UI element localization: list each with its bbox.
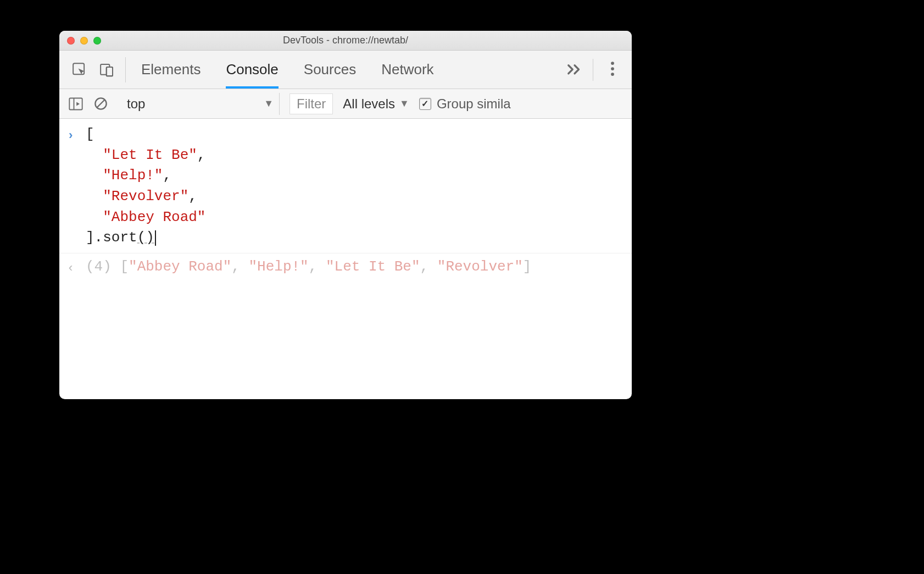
tab-network[interactable]: Network — [381, 51, 433, 89]
console-input-row[interactable]: › [ "Let It Be", "Help!", "Revolver", "A… — [59, 124, 632, 249]
inspect-element-icon[interactable] — [71, 62, 88, 78]
svg-rect-2 — [107, 67, 113, 76]
svg-rect-7 — [69, 98, 82, 109]
console-eager-eval-row: ‹ (4) ["Abbey Road", "Help!", "Let It Be… — [59, 257, 632, 279]
svg-line-11 — [97, 100, 105, 108]
window-controls — [59, 37, 101, 45]
tab-label: Elements — [141, 61, 201, 78]
console-input[interactable]: [ "Let It Be", "Help!", "Revolver", "Abb… — [86, 124, 205, 249]
output-prompt-icon: ‹ — [67, 257, 86, 279]
group-similar-label: Group simila — [437, 96, 511, 112]
checkbox-checked-icon: ✓ — [419, 98, 431, 110]
log-levels-select[interactable]: All levels ▼ — [343, 96, 409, 112]
divider — [593, 59, 593, 81]
window-title: DevTools - chrome://newtab/ — [59, 35, 632, 46]
more-options-icon[interactable] — [603, 60, 622, 79]
clear-console-icon[interactable] — [93, 96, 108, 111]
console-body[interactable]: › [ "Let It Be", "Help!", "Revolver", "A… — [59, 119, 632, 399]
row-separator — [59, 253, 632, 253]
panel-tabs: Elements Console Sources Network — [126, 51, 434, 89]
devtools-tabbar: Elements Console Sources Network — [59, 51, 632, 89]
devtools-window: DevTools - chrome://newtab/ Elements Con… — [59, 31, 632, 399]
dropdown-icon: ▼ — [399, 98, 409, 109]
eager-eval-value: (4) ["Abbey Road", "Help!", "Let It Be",… — [86, 257, 531, 278]
tab-label: Sources — [304, 61, 356, 78]
tab-console[interactable]: Console — [226, 51, 278, 89]
tab-label: Network — [381, 61, 433, 78]
context-label: top — [127, 96, 145, 112]
tabbar-right-tools — [566, 59, 626, 81]
levels-label: All levels — [343, 96, 395, 112]
console-sidebar-toggle-icon[interactable] — [68, 97, 84, 111]
dropdown-icon: ▼ — [264, 98, 274, 109]
zoom-window-button[interactable] — [93, 37, 101, 45]
tab-elements[interactable]: Elements — [141, 51, 201, 89]
svg-marker-9 — [76, 102, 80, 106]
input-prompt-icon: › — [67, 124, 86, 146]
tab-label: Console — [226, 61, 278, 78]
svg-point-4 — [611, 62, 614, 65]
close-window-button[interactable] — [67, 37, 75, 45]
group-similar-toggle[interactable]: ✓ Group simila — [419, 96, 511, 112]
tabbar-left-tools — [59, 57, 126, 82]
console-filterbar: top ▼ Filter All levels ▼ ✓ Group simila — [59, 89, 632, 119]
overflow-tabs-icon[interactable] — [566, 62, 583, 78]
titlebar[interactable]: DevTools - chrome://newtab/ — [59, 31, 632, 51]
svg-point-5 — [611, 67, 614, 70]
svg-point-6 — [611, 73, 614, 76]
filter-input[interactable]: Filter — [290, 93, 333, 114]
tab-sources[interactable]: Sources — [304, 51, 356, 89]
minimize-window-button[interactable] — [80, 37, 88, 45]
execution-context-select[interactable]: top ▼ — [118, 93, 280, 115]
device-toolbar-icon[interactable] — [99, 62, 115, 78]
